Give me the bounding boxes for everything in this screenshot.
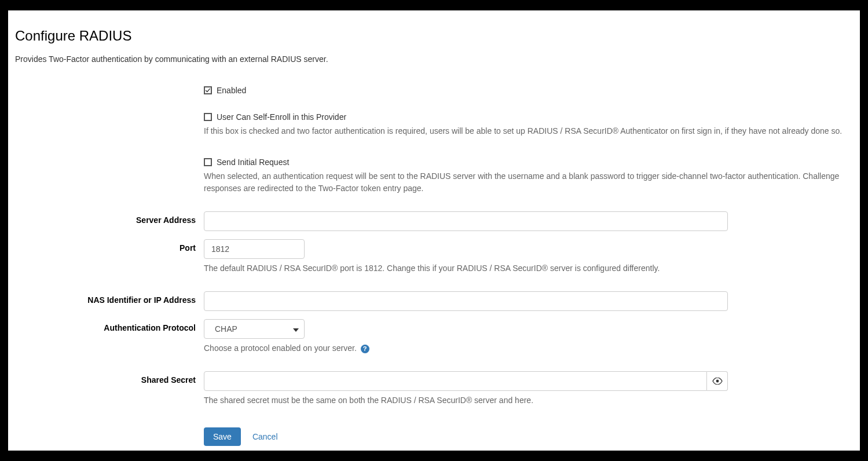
row-shared-secret: Shared Secret The shared secret must be …	[15, 371, 853, 406]
eye-icon	[712, 378, 723, 385]
send-initial-checkbox[interactable]	[204, 158, 212, 166]
shared-secret-hint: The shared secret must be the same on bo…	[204, 394, 853, 406]
cancel-button[interactable]: Cancel	[252, 432, 278, 441]
configure-radius-panel: Configure RADIUS Provides Two-Factor aut…	[8, 10, 860, 451]
port-hint: The default RADIUS / RSA SecurID® port i…	[204, 262, 853, 274]
self-enroll-checkbox[interactable]	[204, 113, 212, 121]
enabled-checkbox[interactable]	[204, 86, 212, 94]
self-enroll-label: User Can Self-Enroll in this Provider	[217, 112, 346, 122]
row-actions: Save Cancel	[15, 415, 853, 446]
server-address-label: Server Address	[15, 211, 204, 225]
auth-protocol-hint: Choose a protocol enabled on your server…	[204, 342, 853, 354]
save-button[interactable]: Save	[204, 427, 241, 446]
shared-secret-input[interactable]	[204, 371, 707, 391]
nas-label: NAS Identifier or IP Address	[15, 291, 204, 305]
row-enabled: Enabled	[15, 86, 853, 95]
auth-protocol-select[interactable]: CHAP	[204, 319, 305, 339]
check-icon	[205, 87, 211, 94]
auth-protocol-label: Authentication Protocol	[15, 319, 204, 332]
row-self-enroll: User Can Self-Enroll in this Provider If…	[15, 112, 853, 137]
row-auth-protocol: Authentication Protocol CHAP Choose a pr…	[15, 319, 853, 354]
row-send-initial: Send Initial Request When selected, an a…	[15, 158, 853, 194]
shared-secret-label: Shared Secret	[15, 371, 204, 385]
page-description: Provides Two-Factor authentication by co…	[15, 54, 853, 64]
row-server-address: Server Address	[15, 211, 853, 231]
page-title: Configure RADIUS	[15, 28, 853, 44]
enabled-label: Enabled	[217, 86, 246, 95]
self-enroll-hint: If this box is checked and two factor au…	[204, 125, 853, 137]
row-port: Port The default RADIUS / RSA SecurID® p…	[15, 239, 853, 274]
port-label: Port	[15, 239, 204, 253]
toggle-password-visibility[interactable]	[707, 371, 728, 391]
send-initial-label: Send Initial Request	[217, 158, 289, 167]
server-address-input[interactable]	[204, 211, 728, 231]
auth-protocol-value: CHAP	[215, 324, 237, 334]
help-icon[interactable]: ?	[361, 345, 369, 353]
row-nas: NAS Identifier or IP Address	[15, 291, 853, 311]
send-initial-hint: When selected, an authentication request…	[204, 170, 853, 194]
port-input[interactable]	[204, 239, 305, 259]
nas-input[interactable]	[204, 291, 728, 311]
svg-point-0	[716, 380, 719, 383]
